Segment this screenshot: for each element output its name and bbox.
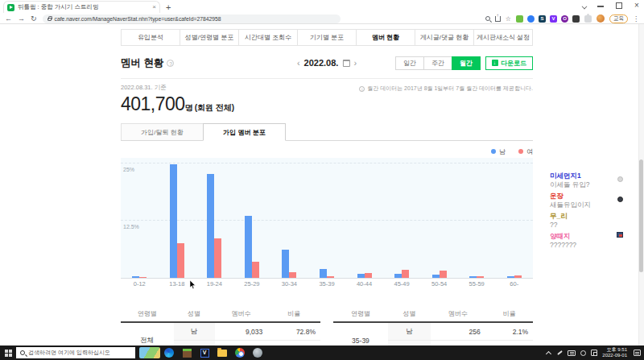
bar-여-55-59 xyxy=(477,276,484,278)
bar-group-40-44 xyxy=(345,158,383,278)
page-header: 멤버 현황 ? ‹ 2022.08. › 일간주간월간 다운로드 xyxy=(121,53,533,72)
calendar-icon[interactable] xyxy=(342,60,349,67)
search-icon[interactable] xyxy=(485,16,490,21)
ratio-cell: 2.1% xyxy=(485,322,533,341)
tab-close-icon[interactable]: × xyxy=(152,4,156,10)
date-navigator: ‹ 2022.08. › xyxy=(297,58,357,68)
legend-item-여: 여 xyxy=(518,147,533,156)
minimize-button[interactable] xyxy=(597,2,605,10)
new-tab-button[interactable]: + xyxy=(166,2,171,12)
taskbar-clock[interactable]: 오후 9:51 2022-09-01 xyxy=(602,347,627,358)
sub-tab-1[interactable]: 가입/탈퇴 현황 xyxy=(121,123,204,141)
nav-tab-5[interactable]: 멤버 현황 xyxy=(356,29,415,46)
start-button[interactable] xyxy=(0,346,16,360)
scrollbar-thumb[interactable] xyxy=(639,159,643,272)
v-app-button[interactable]: V xyxy=(196,346,213,360)
back-button[interactable]: ← xyxy=(5,14,12,23)
x-axis-label-50-54: 50-54 xyxy=(420,280,458,288)
tab-search-chevron-icon[interactable] xyxy=(581,2,588,9)
extension-icon[interactable]: V xyxy=(550,15,557,23)
legend-label: 여 xyxy=(526,147,533,156)
file-explorer-button[interactable] xyxy=(213,346,231,360)
bar-여-25-29 xyxy=(252,262,259,278)
period-button-월간[interactable]: 월간 xyxy=(452,56,481,70)
minecraft-icon xyxy=(183,349,192,358)
tray-ime-icon[interactable] xyxy=(591,350,597,356)
mouse-cursor xyxy=(190,280,196,289)
total-scope: (회원 전체) xyxy=(195,102,234,114)
total-unit: 명 xyxy=(185,102,193,114)
table-header: 멤버수 xyxy=(215,306,268,322)
profile-avatar[interactable] xyxy=(597,14,605,23)
browser-tab[interactable]: 뒤틀림 : 중합 가시기 스트리밍 × xyxy=(3,1,160,13)
date-label: 2022.08. xyxy=(304,58,339,68)
share-icon[interactable] xyxy=(495,16,501,22)
notification-center-icon[interactable] xyxy=(634,350,641,356)
tray-tool-icon[interactable] xyxy=(556,350,563,356)
page-scrollbar[interactable] xyxy=(638,24,644,346)
nav-tab-4[interactable]: 기기별 분포 xyxy=(297,29,357,46)
extensions-puzzle-icon[interactable] xyxy=(584,15,592,23)
tray-keyboard-icon[interactable] xyxy=(568,350,576,356)
bar-여-40-44 xyxy=(365,273,372,278)
prev-month-button[interactable]: ‹ xyxy=(297,58,300,68)
extension-icon[interactable] xyxy=(516,15,523,23)
nav-tab-6[interactable]: 게시글/댓글 현황 xyxy=(415,29,474,46)
nav-tab-2[interactable]: 성별/연령별 분포 xyxy=(180,29,239,46)
sub-tab-2[interactable]: 가입 멤버 분포 xyxy=(203,123,286,141)
period-button-주간[interactable]: 주간 xyxy=(423,56,452,70)
tab-favicon-icon xyxy=(7,4,14,11)
chrome-app-button[interactable] xyxy=(231,346,249,360)
reload-button[interactable]: ↻ xyxy=(31,14,37,23)
age-group-cell: 전체 xyxy=(121,322,174,346)
extension-icon[interactable]: O xyxy=(561,15,568,23)
legend-label: 남 xyxy=(499,147,506,156)
taskbar-search-placeholder: 검색하려면 여기에 입력하십시오 xyxy=(28,349,110,357)
extension-icon[interactable] xyxy=(527,15,535,23)
help-icon[interactable]: ? xyxy=(167,60,174,67)
extension-icon[interactable]: S xyxy=(539,15,546,23)
gender-cell: 남 xyxy=(174,322,215,341)
table-header: 비율 xyxy=(267,306,320,322)
nav-tab-1[interactable]: 유입분석 xyxy=(121,29,180,46)
chat-emoticon-icon xyxy=(617,197,623,202)
chrome-icon xyxy=(235,348,245,358)
x-axis-label-60-: 60- xyxy=(495,280,533,288)
extension-icon[interactable] xyxy=(572,15,580,23)
bar-남-55-59 xyxy=(469,276,477,278)
bar-남-0-12 xyxy=(132,276,139,278)
forward-button[interactable]: → xyxy=(18,14,25,23)
bar-group-35-39 xyxy=(308,158,346,278)
member-count-cell: 256 xyxy=(431,322,485,341)
x-axis-label-55-59: 55-59 xyxy=(458,280,496,288)
bar-여-13-18 xyxy=(177,243,184,278)
bar-group-55-59 xyxy=(458,158,496,278)
tray-speaker-icon[interactable] xyxy=(580,350,586,356)
table-header: 비율 xyxy=(485,306,533,322)
browser-menu-icon[interactable]: ⋮ xyxy=(633,15,639,23)
tray-expand-icon[interactable] xyxy=(546,350,551,356)
address-bar[interactable]: cafe.naver.com/ManageNaverStat.nhn?type=… xyxy=(43,14,341,23)
x-axis-label-0-12: 0-12 xyxy=(121,280,159,288)
bookmark-star-icon[interactable]: ☆ xyxy=(506,15,511,23)
chart-legend: 남여 xyxy=(121,147,533,155)
edge-app-button[interactable] xyxy=(160,346,178,360)
bar-여-45-49 xyxy=(402,270,409,278)
bar-남-40-44 xyxy=(357,274,365,278)
period-button-일간[interactable]: 일간 xyxy=(395,56,424,70)
windows-taskbar: 검색하려면 여기에 입력하십시오 V 오후 9:51 2022-09-01 xyxy=(0,346,644,360)
nav-tab-3[interactable]: 시간대별 조회수 xyxy=(238,29,298,46)
maximize-button[interactable] xyxy=(615,2,623,10)
news-weather-widget[interactable] xyxy=(139,347,160,358)
minecraft-app-button[interactable] xyxy=(178,346,196,360)
nav-tab-7[interactable]: 게시판새소식 설정 xyxy=(473,29,533,46)
bar-남-30-34 xyxy=(282,250,289,278)
profile-chip[interactable]: 교육 xyxy=(609,14,628,23)
window-close-button[interactable]: × xyxy=(633,2,641,10)
browser-game-app-button[interactable] xyxy=(249,346,266,360)
next-month-button[interactable]: › xyxy=(353,58,357,68)
table-header: 성별 xyxy=(174,306,215,322)
download-button[interactable]: 다운로드 xyxy=(485,56,533,70)
tab-strip: 뒤틀림 : 중합 가시기 스트리밍 × + × xyxy=(0,0,644,13)
taskbar-search-input[interactable]: 검색하려면 여기에 입력하십시오 xyxy=(16,347,135,358)
